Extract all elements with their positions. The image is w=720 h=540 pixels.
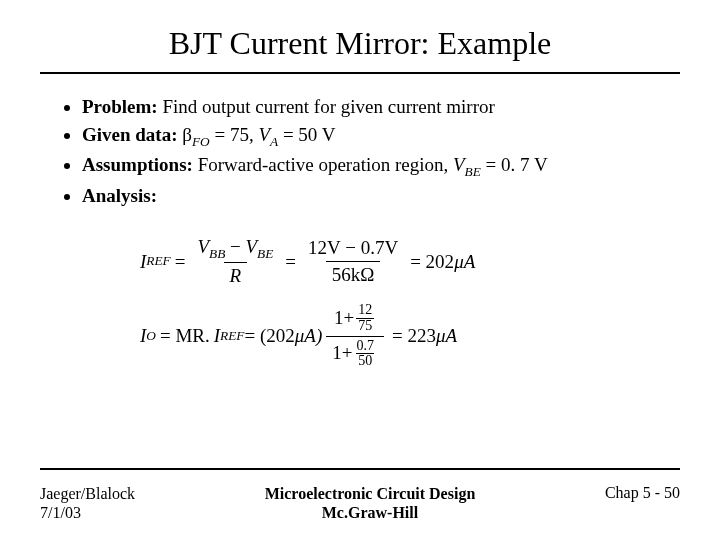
equations-block: IREF = VBB − VBE R = 12V − 0.7V 56kΩ = 2…	[60, 234, 660, 371]
eq1-frac2-num: 12V − 0.7V	[304, 235, 402, 261]
eq2-paren-unit: μA)	[295, 323, 322, 349]
eq1-equals2: =	[285, 249, 296, 275]
slide-body: Problem: Find output current for given c…	[40, 74, 680, 371]
footer-authors: Jaeger/Blalock	[40, 484, 135, 503]
eq1-equals: =	[175, 249, 186, 275]
footer-right: Chap 5 - 50	[605, 484, 680, 502]
eq2-ratio-top: 1+ 12 75	[326, 301, 384, 335]
label-assumptions: Assumptions:	[82, 154, 193, 175]
vbe-sub: BE	[465, 164, 481, 179]
eq2-top-num: 12	[356, 303, 374, 318]
eq1-frac2-den: 56kΩ	[326, 261, 381, 288]
eq1-vbe: V	[246, 236, 258, 257]
eq2-bot-lead: 1+	[332, 343, 352, 364]
eq1-frac1-num: VBB − VBE	[193, 234, 277, 263]
vbe-val: = 0. 7 V	[481, 154, 548, 175]
label-given: Given data:	[82, 124, 178, 145]
beta-val: = 75,	[210, 124, 259, 145]
beta-symbol: β	[182, 124, 192, 145]
eq2-ratio-bot: 1+ 0.7 50	[326, 336, 384, 371]
eq2-mr: = MR.	[160, 323, 210, 349]
eq2-top-lead: 1+	[334, 308, 354, 329]
equation-iref: IREF = VBB − VBE R = 12V − 0.7V 56kΩ = 2…	[140, 234, 660, 289]
slide-title: BJT Current Mirror: Example	[40, 25, 680, 62]
footer-left: Jaeger/Blalock 7/1/03	[40, 484, 135, 522]
eq1-vbb-sub: BB	[209, 246, 225, 261]
eq2-result: = 223	[392, 323, 436, 349]
footer-center: Microelectronic Circuit Design Mc.Graw-H…	[135, 484, 605, 522]
eq1-lhs-sub: REF	[146, 252, 170, 270]
eq2-bot-minifrac: 0.7 50	[354, 339, 376, 369]
eq2-lhs-sub: O	[146, 327, 156, 345]
eq1-frac2: 12V − 0.7V 56kΩ	[304, 235, 402, 287]
label-analysis: Analysis:	[82, 185, 157, 206]
eq2-top-den: 75	[356, 318, 374, 334]
vbe-symbol: V	[453, 154, 465, 175]
footer-date: 7/1/03	[40, 503, 135, 522]
footer-publisher: Mc.Graw-Hill	[135, 503, 605, 522]
eq1-vbb: V	[197, 236, 209, 257]
footer-page: Chap 5 - 50	[605, 484, 680, 502]
bullet-given: Given data: βFO = 75, VA = 50 V	[82, 122, 660, 151]
eq2-iref-sub: REF	[220, 327, 244, 345]
eq1-vbe-sub: BE	[257, 246, 273, 261]
eq2-bot-num: 0.7	[354, 339, 376, 354]
eq1-frac1: VBB − VBE R	[193, 234, 277, 289]
eq2-ratio: 1+ 12 75 1+ 0.7 50	[326, 301, 384, 371]
beta-sub: FO	[192, 133, 210, 148]
bullet-analysis: Analysis:	[82, 183, 660, 209]
footer: Jaeger/Blalock 7/1/03 Microelectronic Ci…	[40, 484, 680, 522]
bullet-problem: Problem: Find output current for given c…	[82, 94, 660, 120]
eq1-result: = 202	[410, 249, 454, 275]
eq2-bot-den: 50	[356, 353, 374, 369]
va-symbol: V	[258, 124, 270, 145]
va-sub: A	[270, 133, 278, 148]
eq2-paren-open: = (202	[244, 323, 294, 349]
footer-rule	[40, 468, 680, 470]
eq1-frac1-den: R	[224, 262, 248, 289]
label-problem: Problem:	[82, 96, 158, 117]
bullet-assumptions: Assumptions: Forward-active operation re…	[82, 152, 660, 181]
va-val: = 50 V	[278, 124, 335, 145]
eq2-unit: μA	[436, 323, 457, 349]
text-problem: Find output current for given current mi…	[158, 96, 495, 117]
bullet-list: Problem: Find output current for given c…	[60, 94, 660, 209]
equation-io: IO = MR. IREF = (202μA) 1+ 12 75 1+	[140, 301, 660, 371]
slide: BJT Current Mirror: Example Problem: Fin…	[0, 0, 720, 540]
text-assumptions: Forward-active operation region,	[193, 154, 453, 175]
eq1-unit: μA	[454, 249, 475, 275]
eq2-top-minifrac: 12 75	[356, 303, 374, 333]
footer-title: Microelectronic Circuit Design	[135, 484, 605, 503]
eq1-minus: −	[230, 236, 241, 257]
